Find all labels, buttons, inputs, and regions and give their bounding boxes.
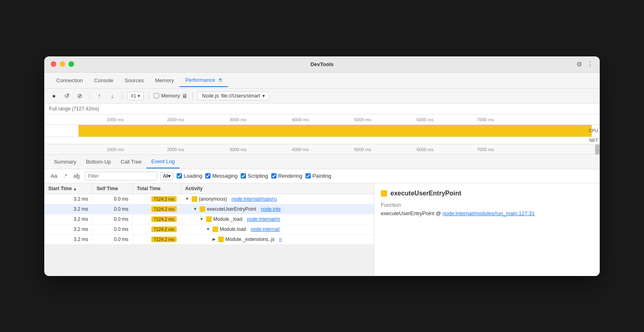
table-row[interactable]: 3.2 ms 0.0 ms 7124.2 ms ▼ (anonymous) no… [44, 194, 374, 204]
filter-whole-word[interactable]: ab̲ [72, 172, 81, 180]
cell-start-time: 3.2 ms [44, 194, 93, 204]
filter-scripting-checkbox[interactable]: Scripting [241, 173, 268, 179]
tab-bar: Connection Console Sources Memory Perfor… [44, 73, 600, 89]
profile-selector[interactable]: #1 ▾ [127, 91, 144, 100]
table-row[interactable]: 3.2 ms 0.0 ms 7124.2 ms ▶ Module._extens… [44, 234, 374, 245]
expand-icon[interactable]: ▼ [200, 217, 204, 221]
ruler-mark-1000: 1000 ms [107, 117, 124, 122]
table-row[interactable]: 3.2 ms 0.0 ms 7124.2 ms ▼ Module.load no… [44, 224, 374, 234]
ruler-mark-5000: 5000 ms [354, 117, 371, 122]
cell-total-time: 7124.2 ms [133, 234, 181, 244]
filter-painting-checkbox[interactable]: Painting [305, 173, 331, 179]
detail-icon [381, 190, 387, 197]
filter-messaging-checkbox[interactable]: Messaging [205, 173, 237, 179]
col-self-time[interactable]: Self Time [93, 183, 133, 194]
cpu-label: CPU [589, 128, 598, 133]
memory-checkbox-input[interactable] [154, 93, 159, 98]
tab-console[interactable]: Console [89, 74, 119, 87]
cell-total-time: 7124.2 ms [133, 194, 181, 204]
cell-activity: ▼ executeUserEntryPoint node:inte [181, 204, 374, 214]
more-icon[interactable]: ⋮ [587, 60, 593, 68]
cell-self-time: 0.0 ms [93, 214, 133, 224]
cell-start-time: 3.2 ms [44, 234, 93, 244]
event-log-panel[interactable]: Start Time Self Time Total Time Activity… [44, 183, 374, 276]
tab-performance[interactable]: Performance ⚗ [180, 74, 228, 87]
filter-input[interactable] [85, 172, 157, 181]
ruler-mark-4000: 4000 ms [292, 117, 309, 122]
table-header: Start Time Self Time Total Time Activity [44, 183, 374, 194]
loading-checkbox-input[interactable] [177, 173, 182, 178]
clear-button[interactable]: ⊘ [75, 91, 85, 101]
messaging-checkbox-input[interactable] [205, 173, 211, 178]
detail-value: executeUserEntryPoint @ node:internal/mo… [381, 210, 593, 216]
cell-total-time: 7124.2 ms [133, 204, 181, 214]
cpu-usage-bar [78, 125, 592, 137]
ruler-mark2-2000: 2000 ms [167, 147, 184, 152]
cpu-bar-container: CPU [44, 125, 600, 137]
ruler-mark2-7000: 7000 ms [477, 147, 494, 152]
col-total-time[interactable]: Total Time [133, 183, 181, 194]
expand-icon[interactable]: ▶ [213, 237, 216, 241]
timeline-scrollbar-thumb[interactable] [595, 145, 599, 155]
title-actions: ⚙ ⋮ [576, 60, 593, 68]
flask-icon: ⚗ [218, 78, 222, 83]
cell-self-time: 0.0 ms [93, 234, 133, 244]
table-row[interactable]: 3.2 ms 0.0 ms 7124.2 ms ▼ executeUserEnt… [44, 204, 374, 214]
filter-type-dropdown[interactable]: All ▾ [160, 172, 173, 180]
tab-memory[interactable]: Memory [149, 74, 180, 87]
detail-type-label: Function [381, 202, 593, 208]
settings-icon[interactable]: ⚙ [576, 60, 582, 68]
ruler-mark2-5000: 5000 ms [354, 147, 371, 152]
activity-link[interactable]: node:internal/m [247, 216, 280, 222]
filter-case-sensitive[interactable]: Aa [49, 172, 59, 180]
ruler-mark2-4000: 4000 ms [292, 147, 309, 152]
expand-icon[interactable]: ▼ [206, 227, 210, 231]
memory-checkbox[interactable]: Memory 🖥 [154, 93, 188, 99]
timeline-ruler-top: 1000 ms 2000 ms 3000 ms 4000 ms 5000 ms … [44, 114, 600, 125]
download-button[interactable]: ↓ [107, 91, 117, 101]
filter-regex[interactable]: .* [62, 172, 69, 180]
col-start-time[interactable]: Start Time [44, 183, 93, 194]
cell-total-time: 7124.2 ms [133, 224, 181, 234]
tab-event-log[interactable]: Event Log [147, 155, 180, 168]
record-button[interactable]: ● [49, 91, 59, 101]
toolbar-separator2 [122, 92, 122, 100]
detail-link[interactable]: node:internal/modules/run_main:127:31 [442, 210, 535, 216]
minimize-button[interactable] [60, 61, 65, 67]
target-selector[interactable]: Node.js: file:///Users/stmart ▾ [198, 91, 269, 100]
upload-button[interactable]: ↑ [95, 91, 104, 101]
toolbar-separator3 [149, 92, 149, 100]
painting-checkbox-input[interactable] [305, 173, 311, 178]
detail-panel: executeUserEntryPoint Function executeUs… [374, 183, 600, 276]
activity-link[interactable]: node:inte [261, 206, 281, 212]
cell-total-time: 7124.2 ms [133, 214, 181, 224]
scripting-checkbox-input[interactable] [241, 173, 246, 178]
activity-link[interactable]: n [279, 237, 282, 242]
net-label: NET [589, 138, 598, 143]
tab-sources[interactable]: Sources [119, 74, 149, 87]
timeline-header: Full range (7127.42ms) [44, 104, 600, 114]
cell-self-time: 0.0 ms [93, 194, 133, 204]
col-activity[interactable]: Activity [181, 183, 374, 194]
filter-rendering-checkbox[interactable]: Rendering [271, 173, 302, 179]
filter-loading-checkbox[interactable]: Loading [177, 173, 202, 179]
expand-icon[interactable]: ▼ [185, 197, 189, 201]
tab-bottom-up[interactable]: Bottom-Up [81, 156, 116, 168]
tab-summary[interactable]: Summary [49, 156, 81, 168]
activity-link[interactable]: node:internal/ [251, 226, 280, 232]
toolbar-separator [89, 92, 90, 100]
rendering-checkbox-input[interactable] [271, 173, 277, 178]
close-button[interactable] [51, 61, 56, 67]
activity-link[interactable]: node:internal/main/ru [231, 196, 277, 202]
reload-button[interactable]: ↺ [62, 91, 72, 101]
expand-icon[interactable]: ▼ [193, 207, 197, 211]
tab-connection[interactable]: Connection [51, 74, 89, 87]
tab-call-tree[interactable]: Call Tree [116, 156, 147, 168]
title-bar: DevTools ⚙ ⋮ [44, 56, 600, 73]
ruler-mark-7000: 7000 ms [477, 117, 494, 122]
ruler-mark2-1000: 1000 ms [107, 147, 124, 152]
maximize-button[interactable] [68, 61, 74, 67]
table-row[interactable]: 3.2 ms 0.0 ms 7124.2 ms ▼ Module._load n… [44, 214, 374, 224]
cell-start-time: 3.2 ms [44, 224, 93, 234]
panel-tabs: Summary Bottom-Up Call Tree Event Log [44, 155, 600, 169]
